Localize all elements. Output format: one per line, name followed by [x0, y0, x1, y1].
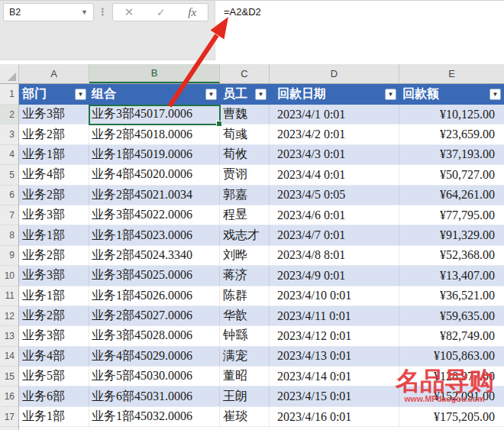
cell-employee[interactable]: 崔琰 — [220, 407, 270, 426]
row-number[interactable]: 5 — [0, 165, 18, 185]
cell-amount[interactable]: ¥23,659.00 — [399, 124, 504, 144]
row-number[interactable]: 14 — [0, 347, 18, 367]
cell-employee[interactable]: 荀彧 — [220, 124, 270, 144]
cell-dept[interactable]: 业务4部 — [19, 165, 89, 184]
row-number[interactable]: 7 — [0, 205, 18, 225]
cell-employee[interactable]: 华歆 — [220, 306, 270, 325]
cell-dept[interactable]: 业务2部 — [19, 186, 89, 205]
cell-date[interactable]: 2023/4/3 0:01 — [270, 145, 399, 164]
cell-date[interactable]: 2023/4/1 0:01 — [270, 105, 399, 124]
cell-dept[interactable]: 业务2部 — [19, 306, 89, 325]
cell-combo[interactable]: 业务3部45025.0006 — [89, 266, 220, 285]
filter-dropdown-icon[interactable]: ▼ — [255, 89, 267, 100]
cell-combo[interactable]: 业务1部45026.0006 — [89, 286, 220, 306]
row-number[interactable]: 4 — [0, 145, 18, 165]
cell-employee[interactable]: 戏志才 — [220, 225, 270, 244]
cell-employee[interactable]: 曹魏 — [220, 105, 270, 124]
row-number[interactable]: 8 — [0, 225, 18, 245]
cell-dept[interactable]: 业务4部 — [19, 347, 89, 366]
cell-date[interactable]: 2023/4/7 0:01 — [270, 225, 399, 244]
column-header-a[interactable]: A — [19, 64, 89, 83]
cell-amount[interactable]: ¥77,795.00 — [399, 205, 504, 225]
cell-dept[interactable]: 业务5部 — [19, 367, 89, 386]
filter-dropdown-icon[interactable]: ▼ — [385, 89, 396, 100]
cell-employee[interactable]: 郭嘉 — [220, 186, 270, 205]
cell-date[interactable]: 2023/4/10 0:01 — [270, 286, 399, 306]
row-number[interactable]: 12 — [0, 306, 18, 326]
row-number[interactable]: 11 — [0, 286, 18, 306]
cell-amount[interactable]: ¥50,727.00 — [399, 165, 504, 184]
cell-amount[interactable]: ¥105,863.00 — [399, 347, 504, 366]
cell-combo[interactable]: 业务2部45027.0006 — [89, 306, 220, 325]
cell-dept[interactable]: 业务1部 — [19, 286, 89, 306]
insert-function-icon[interactable]: fx — [188, 6, 196, 19]
filter-dropdown-icon[interactable]: ▼ — [205, 89, 217, 100]
column-header-c[interactable]: C — [220, 64, 270, 83]
cell-combo[interactable]: 业务6部45031.0006 — [89, 386, 220, 406]
row-number[interactable]: 2 — [0, 105, 18, 124]
header-dept[interactable]: 部门 ▼ — [19, 84, 89, 105]
cell-combo[interactable]: 业务5部45030.0006 — [89, 367, 220, 386]
cell-employee[interactable]: 董昭 — [220, 367, 270, 386]
cell-date[interactable]: 2023/4/13 0:01 — [270, 347, 399, 366]
header-employee[interactable]: 员工 ▼ — [220, 84, 270, 105]
cell-amount[interactable]: ¥82,749.00 — [399, 326, 504, 345]
cell-combo[interactable]: 业务3部45028.0006 — [89, 326, 220, 345]
cancel-icon[interactable]: ✕ — [124, 5, 134, 19]
cell-dept[interactable]: 业务3部 — [19, 105, 89, 124]
cell-employee[interactable]: 程昱 — [220, 205, 270, 225]
cell-employee[interactable]: 钟繇 — [220, 326, 270, 345]
cell-employee[interactable]: 贾诩 — [220, 165, 270, 184]
row-number[interactable]: 9 — [0, 246, 18, 266]
name-box[interactable]: B2 ▼ — [3, 3, 94, 21]
cell-dept[interactable]: 业务1部 — [19, 407, 89, 426]
enter-icon[interactable]: ✓ — [157, 6, 166, 18]
row-number[interactable]: 16 — [0, 386, 18, 406]
cell-employee[interactable]: 刘晔 — [220, 246, 270, 265]
cell-combo[interactable]: 业务2部45021.0034 — [89, 186, 220, 205]
cell-combo[interactable]: 业务4部45029.0006 — [89, 347, 220, 366]
chevron-down-icon[interactable]: ▼ — [81, 8, 88, 16]
cell-amount[interactable]: ¥52,368.00 — [399, 246, 504, 265]
cell-dept[interactable]: 业务3部 — [19, 205, 89, 225]
cell-date[interactable]: 2023/4/14 0:01 — [270, 367, 399, 386]
cell-combo[interactable]: 业务2部45018.0006 — [89, 124, 220, 144]
column-header-d[interactable]: D — [270, 64, 399, 83]
cell-date[interactable]: 2023/4/5 0:05 — [270, 186, 399, 205]
cell-amount[interactable]: ¥91,329.00 — [399, 225, 504, 244]
cell-date[interactable]: 2023/4/12 0:01 — [270, 326, 399, 345]
cell-date[interactable]: 2023/4/16 0:01 — [270, 407, 399, 426]
filter-dropdown-icon[interactable]: ▼ — [489, 89, 501, 100]
cell-combo[interactable]: 业务3部45022.0006 — [89, 205, 220, 225]
cell-dept[interactable]: 业务2部 — [19, 124, 89, 144]
cell-amount[interactable]: ¥37,193.00 — [399, 145, 504, 164]
cell-dept[interactable]: 业务3部 — [19, 326, 89, 345]
cell-combo[interactable]: 业务1部45023.0006 — [89, 225, 220, 244]
row-number[interactable]: 1 — [0, 84, 18, 105]
cell-amount[interactable]: ¥128,977.00 — [399, 367, 504, 386]
cell-employee[interactable]: 王朗 — [220, 386, 270, 406]
cell-amount[interactable]: ¥36,521.00 — [399, 286, 504, 306]
filter-dropdown-icon[interactable]: ▼ — [75, 89, 86, 100]
select-all-corner[interactable] — [0, 64, 19, 83]
column-header-e[interactable]: E — [399, 64, 504, 83]
cell-date[interactable]: 2023/4/6 0:01 — [270, 205, 399, 225]
cell-date[interactable]: 2023/4/8 8:01 — [270, 246, 399, 265]
cell-date[interactable]: 2023/4/4 0:01 — [270, 165, 399, 184]
row-number[interactable]: 6 — [0, 186, 18, 205]
header-amount[interactable]: 回款额 ▼ — [399, 84, 504, 105]
row-number[interactable]: 13 — [0, 326, 18, 346]
cell-employee[interactable]: 荀攸 — [220, 145, 270, 164]
cell-amount[interactable]: ¥175,205.00 — [399, 407, 504, 426]
cell-employee[interactable]: 蒋济 — [220, 266, 270, 285]
cell-dept[interactable]: 业务6部 — [19, 386, 89, 406]
cell-amount[interactable]: ¥10,125.00 — [399, 105, 504, 124]
cell-date[interactable]: 2023/4/2 0:01 — [270, 124, 399, 144]
cell-dept[interactable]: 业务2部 — [19, 246, 89, 265]
cell-date[interactable]: 2023/4/9 0:01 — [270, 266, 399, 285]
cell-combo[interactable]: 业务1部45019.0006 — [89, 145, 220, 164]
cell-amount[interactable]: ¥59,635.00 — [399, 306, 504, 325]
cell-dept[interactable]: 业务3部 — [19, 266, 89, 285]
header-date[interactable]: 回款日期 ▼ — [270, 84, 399, 105]
header-combo[interactable]: 组合 ▼ — [89, 84, 220, 105]
